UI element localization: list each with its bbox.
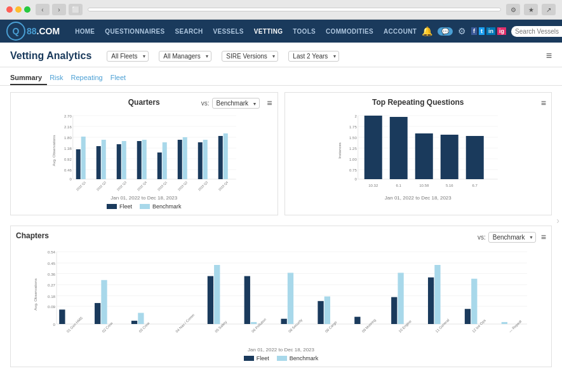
svg-rect-108: [428, 278, 434, 324]
bookmark-button[interactable]: ★: [524, 4, 538, 15]
dot-red[interactable]: [6, 6, 13, 13]
chapters-vs: vs: Benchmark: [478, 232, 536, 243]
svg-text:0.92: 0.92: [64, 158, 72, 161]
gear-icon[interactable]: ⚙: [458, 26, 466, 36]
svg-rect-58: [389, 117, 407, 179]
svg-rect-62: [440, 135, 458, 179]
nav-tools[interactable]: TOOLS: [288, 20, 321, 43]
quarters-legend: Fleet Benchmark: [16, 203, 272, 210]
tab-repeating[interactable]: Repeating: [71, 71, 108, 85]
scroll-right-arrow[interactable]: ›: [556, 215, 559, 226]
svg-text:6.7: 6.7: [472, 184, 478, 187]
svg-text:Avg. Observations: Avg. Observations: [33, 278, 37, 310]
svg-text:— Repeat: — Repeat: [508, 319, 523, 334]
twitter-icon[interactable]: t: [479, 27, 485, 35]
nav-items: HOME QUESTIONNAIRES SEARCH VESSELS VETTI…: [70, 20, 422, 43]
svg-text:10.58: 10.58: [419, 184, 429, 187]
svg-text:0.45: 0.45: [48, 261, 56, 266]
chapters-svg: Avg. Observations 0.54 0.45 0.36 0.27 0.…: [16, 245, 546, 344]
quarters-svg: Avg. Observations 2.70 2.16 1.80 1.38 0.…: [16, 109, 272, 192]
sire-select[interactable]: SIRE Versions: [222, 51, 278, 62]
svg-text:2022 Q1: 2022 Q1: [75, 180, 86, 192]
settings-button[interactable]: ⚙: [506, 4, 520, 15]
svg-text:0.54: 0.54: [48, 250, 56, 254]
nav-home[interactable]: HOME: [70, 20, 100, 43]
nav-vessels[interactable]: VESSELS: [208, 20, 249, 43]
svg-rect-56: [364, 116, 382, 179]
svg-rect-100: [318, 301, 323, 324]
repeating-chart-title: Top Repeating Questions: [290, 98, 547, 107]
svg-rect-34: [198, 142, 203, 179]
svg-rect-23: [122, 141, 126, 179]
repeating-chart-menu[interactable]: ≡: [541, 98, 546, 108]
svg-text:01 Gen HMS: 01 Gen HMS: [66, 316, 84, 334]
browser-chrome: ‹ › ⬜ ⚙ ★ ↗: [0, 0, 562, 20]
svg-rect-38: [224, 133, 228, 179]
nav-vetting[interactable]: VETTING: [249, 20, 288, 43]
benchmark-color-swatch: [140, 204, 150, 209]
browser-actions: ⚙ ★ ↗: [506, 4, 556, 15]
svg-text:2022 Q3: 2022 Q3: [116, 180, 127, 192]
svg-rect-91: [208, 276, 213, 324]
back-button[interactable]: ‹: [36, 4, 50, 15]
facebook-icon[interactable]: f: [471, 27, 477, 35]
search-box: 🔍: [511, 26, 562, 37]
tab-summary[interactable]: Summary: [10, 71, 47, 85]
dot-green[interactable]: [24, 6, 30, 13]
svg-rect-16: [76, 149, 81, 179]
legend-fleet: Fleet: [107, 203, 132, 210]
forward-button[interactable]: ›: [52, 4, 66, 15]
instagram-icon[interactable]: ig: [497, 27, 506, 35]
chapters-legend-fleet: Fleet: [244, 355, 269, 362]
time-select[interactable]: Last 2 Years: [288, 51, 339, 62]
svg-rect-87: [131, 321, 137, 324]
share-button[interactable]: ↗: [542, 4, 556, 15]
chapters-chart-menu[interactable]: ≡: [541, 232, 546, 242]
svg-rect-22: [117, 144, 121, 179]
svg-text:2023 Q4: 2023 Q4: [217, 180, 229, 192]
svg-rect-109: [434, 265, 440, 324]
svg-text:0.36: 0.36: [48, 272, 56, 276]
managers-select[interactable]: All Managers: [159, 51, 211, 62]
svg-rect-25: [137, 141, 142, 179]
page-menu-icon[interactable]: ≡: [546, 50, 552, 62]
tab-button[interactable]: ⬜: [69, 4, 83, 15]
bell-icon[interactable]: 🔔: [422, 26, 432, 36]
search-input[interactable]: [515, 28, 562, 35]
logo[interactable]: Q 88 .COM: [6, 22, 60, 41]
svg-text:0.27: 0.27: [48, 283, 56, 287]
svg-rect-94: [244, 276, 250, 324]
main-nav: Q 88 .COM HOME QUESTIONNAIRES SEARCH VES…: [0, 20, 562, 43]
svg-text:06 Pollution: 06 Pollution: [251, 317, 267, 333]
svg-rect-31: [178, 140, 182, 179]
legend-benchmark: Benchmark: [140, 203, 182, 210]
svg-text:Instances: Instances: [337, 142, 341, 159]
chapters-legend: Fleet Benchmark: [16, 355, 546, 362]
tab-risk[interactable]: Risk: [50, 71, 68, 85]
nav-commodities[interactable]: COMMODITIES: [321, 20, 378, 43]
address-bar[interactable]: [88, 8, 501, 11]
quarters-benchmark-select[interactable]: Benchmark: [212, 98, 260, 109]
svg-text:Avg. Observations: Avg. Observations: [52, 135, 56, 166]
svg-rect-88: [138, 313, 144, 324]
chat-bubble[interactable]: 💬: [438, 27, 453, 36]
page-title: Vetting Analytics: [10, 50, 91, 62]
linkedin-icon[interactable]: in: [486, 27, 495, 35]
chapters-chart-title: Chapters: [16, 231, 478, 240]
browser-nav: ‹ › ⬜: [36, 4, 83, 15]
quarters-chart-menu[interactable]: ≡: [267, 98, 272, 108]
tab-fleet[interactable]: Fleet: [110, 71, 131, 85]
svg-rect-85: [101, 280, 107, 324]
svg-rect-111: [465, 309, 471, 324]
chapters-benchmark-select[interactable]: Benchmark: [488, 232, 536, 243]
chapters-date: Jan 01, 2022 to Dec 18, 2023: [16, 347, 546, 353]
nav-questionnaires[interactable]: QUESTIONNAIRES: [100, 20, 170, 43]
svg-rect-28: [157, 152, 162, 179]
filter-sire: SIRE Versions: [222, 51, 278, 62]
fleet-select[interactable]: All Fleets: [107, 51, 149, 62]
chapters-chart: Chapters vs: Benchmark ≡ Avg. Observatio…: [10, 226, 552, 367]
nav-account[interactable]: ACCOUNT: [378, 20, 422, 43]
nav-search[interactable]: SEARCH: [170, 20, 208, 43]
svg-text:0: 0: [354, 177, 357, 181]
dot-yellow[interactable]: [15, 6, 22, 13]
